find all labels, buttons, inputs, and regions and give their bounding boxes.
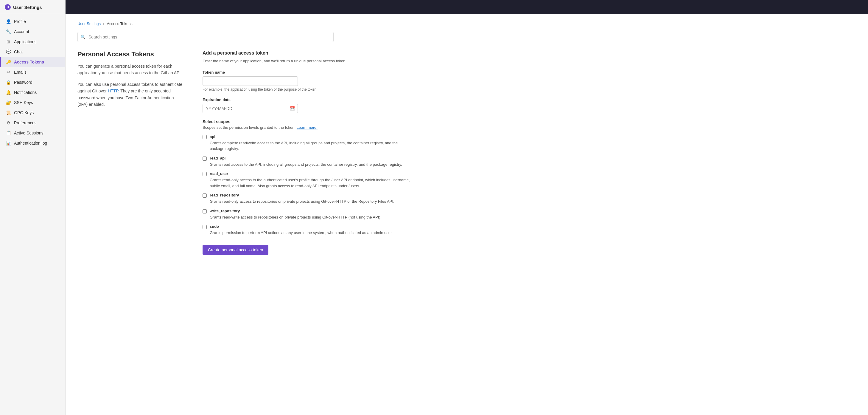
sidebar-icon-password: 🔒 xyxy=(6,80,11,85)
search-wrapper: 🔍 xyxy=(78,32,334,42)
search-input[interactable] xyxy=(78,32,334,42)
scope-checkbox-write_repository[interactable] xyxy=(203,209,207,213)
sidebar-item-password[interactable]: 🔒 Password xyxy=(0,77,65,87)
sidebar-icon-auth-log: 📊 xyxy=(6,141,11,146)
sidebar-item-profile[interactable]: 👤 Profile xyxy=(0,17,65,27)
scope-desc-read_api: Grants read access to the API, including… xyxy=(203,161,411,168)
topbar xyxy=(65,0,868,14)
scopes-title: Select scopes xyxy=(203,119,411,124)
scope-item-api: api Grants complete read/write access to… xyxy=(203,135,411,152)
scope-row-sudo: sudo xyxy=(203,224,411,229)
scope-checkbox-read_repository[interactable] xyxy=(203,194,207,198)
scope-row-read_repository: read_repository xyxy=(203,193,411,198)
sidebar-label-notifications: Notifications xyxy=(14,90,37,95)
two-col-layout: Personal Access Tokens You can generate … xyxy=(78,50,411,255)
scope-name-read_api: read_api xyxy=(210,156,225,160)
sidebar-icon-notifications: 🔔 xyxy=(6,90,11,95)
sidebar-icon-chat: 💬 xyxy=(6,50,11,54)
http-link[interactable]: HTTP xyxy=(108,89,118,93)
sidebar-item-emails[interactable]: ✉ Emails xyxy=(0,67,65,77)
scope-item-read_user: read_user Grants read-only access to the… xyxy=(203,171,411,189)
scope-checkbox-read_api[interactable] xyxy=(203,156,207,161)
page-title: Personal Access Tokens xyxy=(78,50,185,58)
sidebar-item-active-sessions[interactable]: 📋 Active Sessions xyxy=(0,128,65,138)
token-name-group: Token name For example, the application … xyxy=(203,70,411,91)
sidebar-icon-gpg-keys: 📜 xyxy=(6,110,11,115)
sidebar-label-password: Password xyxy=(14,80,32,85)
sidebar-item-notifications[interactable]: 🔔 Notifications xyxy=(0,87,65,97)
sidebar-item-ssh-keys[interactable]: 🔐 SSH Keys xyxy=(0,97,65,108)
sidebar-icon-account: 🔧 xyxy=(6,29,11,34)
token-name-label: Token name xyxy=(203,70,411,75)
sidebar-item-chat[interactable]: 💬 Chat xyxy=(0,47,65,57)
sidebar-label-preferences: Preferences xyxy=(14,120,36,125)
sidebar-item-auth-log[interactable]: 📊 Authentication log xyxy=(0,138,65,148)
expiration-date-group: Expiration date 📅 xyxy=(203,97,411,113)
sidebar-label-profile: Profile xyxy=(14,19,26,24)
token-name-hint: For example, the application using the t… xyxy=(203,87,411,91)
sidebar-label-emails: Emails xyxy=(14,70,27,75)
scopes-group: Select scopes Scopes set the permission … xyxy=(203,119,411,236)
sidebar-icon-active-sessions: 📋 xyxy=(6,130,11,135)
sidebar-icon-access-tokens: 🔑 xyxy=(6,60,11,64)
scope-name-sudo: sudo xyxy=(210,224,219,229)
scope-desc-read_repository: Grants read-only access to repositories … xyxy=(203,199,411,205)
sidebar-item-access-tokens[interactable]: 🔑 Access Tokens xyxy=(0,57,65,67)
breadcrumb-parent-link[interactable]: User Settings xyxy=(78,22,101,26)
scope-item-write_repository: write_repository Grants read-write acces… xyxy=(203,209,411,220)
calendar-icon[interactable]: 📅 xyxy=(290,106,295,111)
scope-checkbox-read_user[interactable] xyxy=(203,172,207,176)
expiration-date-label: Expiration date xyxy=(203,97,411,102)
form-subtitle: Enter the name of your application, and … xyxy=(203,58,411,64)
sidebar-item-account[interactable]: 🔧 Account xyxy=(0,27,65,37)
create-token-button[interactable]: Create personal access token xyxy=(203,245,268,255)
main-content: User Settings › Access Tokens 🔍 Personal… xyxy=(65,0,868,415)
sidebar-icon-preferences: ⚙ xyxy=(6,120,11,125)
scope-desc-read_user: Grants read-only access to the authentic… xyxy=(203,177,411,189)
description-1: You can generate a personal access token… xyxy=(78,63,185,76)
scopes-desc-pre: Scopes set the permission levels granted… xyxy=(203,125,297,130)
user-avatar: U xyxy=(5,4,11,10)
description-2: You can also use personal access tokens … xyxy=(78,81,185,108)
scope-desc-sudo: Grants permission to perform API actions… xyxy=(203,230,411,236)
sidebar-label-gpg-keys: GPG Keys xyxy=(14,110,34,115)
date-input-wrapper: 📅 xyxy=(203,104,298,113)
content-area: User Settings › Access Tokens 🔍 Personal… xyxy=(65,14,423,415)
scope-item-sudo: sudo Grants permission to perform API ac… xyxy=(203,224,411,236)
sidebar: U User Settings 👤 Profile 🔧 Account ⊞ Ap… xyxy=(0,0,65,415)
search-bar-wrapper: 🔍 xyxy=(78,32,411,42)
scope-name-read_user: read_user xyxy=(210,171,228,176)
learn-more-link[interactable]: Learn more. xyxy=(297,125,317,130)
sidebar-label-account: Account xyxy=(14,29,29,34)
sidebar-label-chat: Chat xyxy=(14,50,23,54)
scope-desc-api: Grants complete read/write access to the… xyxy=(203,140,411,152)
sidebar-header: U User Settings xyxy=(0,0,65,14)
expiration-date-input[interactable] xyxy=(203,104,298,113)
token-name-input[interactable] xyxy=(203,76,298,86)
scope-row-api: api xyxy=(203,135,411,139)
scope-name-read_repository: read_repository xyxy=(210,193,239,197)
sidebar-icon-ssh-keys: 🔐 xyxy=(6,100,11,105)
form-title: Add a personal access token xyxy=(203,50,411,56)
sidebar-item-gpg-keys[interactable]: 📜 GPG Keys xyxy=(0,108,65,118)
scope-item-read_repository: read_repository Grants read-only access … xyxy=(203,193,411,205)
scope-name-write_repository: write_repository xyxy=(210,209,240,213)
scope-row-read_user: read_user xyxy=(203,171,411,176)
sidebar-label-ssh-keys: SSH Keys xyxy=(14,100,33,105)
scopes-list: api Grants complete read/write access to… xyxy=(203,135,411,236)
sidebar-label-auth-log: Authentication log xyxy=(14,141,47,146)
breadcrumb-current: Access Tokens xyxy=(106,22,132,26)
sidebar-item-preferences[interactable]: ⚙ Preferences xyxy=(0,118,65,128)
scope-checkbox-sudo[interactable] xyxy=(203,225,207,229)
scope-desc-write_repository: Grants read-write access to repositories… xyxy=(203,214,411,220)
left-panel: Personal Access Tokens You can generate … xyxy=(78,50,185,255)
sidebar-label-access-tokens: Access Tokens xyxy=(14,60,44,64)
scope-row-read_api: read_api xyxy=(203,156,411,161)
sidebar-icon-applications: ⊞ xyxy=(6,39,11,44)
scope-item-read_api: read_api Grants read access to the API, … xyxy=(203,156,411,168)
sidebar-nav: 👤 Profile 🔧 Account ⊞ Applications 💬 Cha… xyxy=(0,14,65,151)
scope-checkbox-api[interactable] xyxy=(203,135,207,139)
scope-row-write_repository: write_repository xyxy=(203,209,411,213)
sidebar-icon-emails: ✉ xyxy=(6,70,11,75)
sidebar-item-applications[interactable]: ⊞ Applications xyxy=(0,37,65,47)
